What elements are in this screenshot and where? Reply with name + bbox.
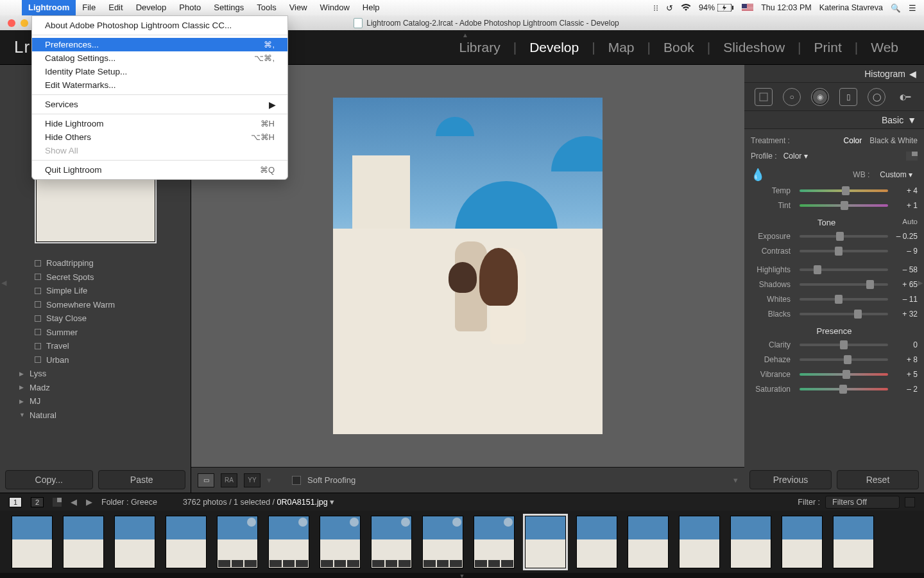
module-develop[interactable]: Develop [518, 40, 590, 55]
filmstrip-thumbnail[interactable] [63, 516, 104, 568]
clarity-slider[interactable] [800, 344, 888, 346]
module-library[interactable]: Library [447, 40, 511, 55]
preset-group[interactable]: ▶MJ [6, 394, 184, 408]
filmstrip-thumbnail[interactable] [422, 516, 463, 568]
module-slideshow[interactable]: Slideshow [712, 40, 796, 55]
main-photo[interactable] [333, 98, 603, 434]
whites-slider[interactable] [800, 298, 888, 301]
treatment-bw[interactable]: Black & White [869, 136, 918, 145]
control-center-icon[interactable]: ☰ [909, 3, 916, 13]
preset-item[interactable]: Secret Spots [6, 270, 184, 285]
soft-proofing-checkbox[interactable] [292, 476, 301, 485]
paste-button[interactable]: Paste [98, 470, 186, 489]
wb-dropdown[interactable]: Custom ▾ [875, 169, 918, 180]
preset-item[interactable]: Travel [6, 339, 184, 353]
menu-window[interactable]: Window [314, 0, 356, 15]
menu-identity-plate[interactable]: Identity Plate Setup... [32, 65, 287, 78]
reset-button[interactable]: Reset [837, 470, 919, 489]
temp-value[interactable]: + 4 [892, 186, 918, 195]
filmstrip-thumbnail[interactable] [371, 516, 412, 568]
main-display-button[interactable]: 1 [9, 497, 22, 507]
previous-button[interactable]: Previous [749, 470, 832, 489]
basic-panel-header[interactable]: Basic▼ [744, 111, 924, 129]
vibrance-slider[interactable] [800, 373, 888, 376]
panel-collapse-top-icon[interactable]: ▲ [462, 31, 468, 39]
module-print[interactable]: Print [803, 40, 853, 55]
menu-services[interactable]: Services▶ [32, 98, 287, 111]
filmstrip-thumbnail[interactable] [474, 516, 515, 568]
preset-group[interactable]: ▼Natural [6, 408, 184, 423]
user-name[interactable]: Katerina Stavreva [819, 3, 883, 12]
filter-lock-icon[interactable] [905, 497, 915, 507]
filmstrip-thumbnail[interactable] [525, 516, 566, 568]
profile-dropdown[interactable]: Color ▾ [783, 152, 808, 161]
filmstrip-thumbnail[interactable] [730, 516, 771, 568]
filter-dropdown[interactable]: Filters Off [825, 496, 900, 509]
spot-removal-icon[interactable]: ○ [783, 88, 801, 106]
filmstrip-thumbnail[interactable] [320, 516, 361, 568]
dropbox-icon[interactable]: ⁝⁝ [653, 3, 658, 13]
module-web[interactable]: Web [859, 40, 910, 55]
saturation-slider[interactable] [800, 388, 888, 390]
treatment-color[interactable]: Color [844, 136, 862, 145]
preset-item[interactable]: Summer [6, 326, 184, 340]
contrast-slider[interactable] [800, 250, 888, 252]
toolbar-more-icon[interactable]: ▾ [733, 475, 738, 485]
menu-hide-others[interactable]: Hide Others⌥⌘H [32, 130, 287, 144]
menu-preferences[interactable]: Preferences...⌘, [32, 38, 287, 51]
blacks-slider[interactable] [800, 313, 888, 315]
copy-button[interactable]: Copy... [5, 470, 93, 489]
graduated-filter-icon[interactable]: ▯ [839, 88, 857, 106]
menu-settings[interactable]: Settings [207, 0, 250, 15]
preset-item[interactable]: Simple Life [6, 284, 184, 298]
filmstrip-thumbnail[interactable] [114, 516, 155, 568]
before-after-yy-button[interactable]: YY [244, 473, 261, 487]
whites-value[interactable]: – 11 [892, 295, 918, 304]
shadows-value[interactable]: + 65 [892, 280, 918, 289]
spotlight-icon[interactable]: 🔍 [891, 3, 901, 13]
dehaze-value[interactable]: + 8 [892, 355, 918, 364]
module-map[interactable]: Map [597, 40, 646, 55]
menu-file[interactable]: File [76, 0, 102, 15]
selected-filename[interactable]: 0R0A8151.jpg [277, 498, 328, 507]
highlights-slider[interactable] [800, 268, 888, 271]
preset-group[interactable]: ▶Lyss [6, 367, 184, 381]
filmstrip-thumbnail[interactable] [576, 516, 617, 568]
clarity-value[interactable]: 0 [892, 340, 918, 349]
contrast-value[interactable]: – 9 [892, 247, 918, 256]
preset-item[interactable]: Somewhere Warm [6, 298, 184, 312]
nav-back-icon[interactable]: ◀ [71, 497, 77, 507]
minimize-window-icon[interactable] [21, 19, 28, 27]
shadows-slider[interactable] [800, 283, 888, 286]
temp-slider[interactable] [800, 189, 888, 192]
menu-edit-watermarks[interactable]: Edit Watermarks... [32, 78, 287, 92]
battery-status[interactable]: 94% [699, 3, 734, 12]
menu-photo[interactable]: Photo [173, 0, 207, 15]
second-display-button[interactable]: 2 [31, 497, 44, 507]
exposure-slider[interactable] [800, 235, 888, 238]
radial-filter-icon[interactable]: ◯ [868, 88, 886, 106]
grid-view-icon[interactable] [53, 498, 62, 507]
exposure-value[interactable]: – 0.25 [892, 232, 918, 241]
menu-quit-lightroom[interactable]: Quit Lightroom⌘Q [32, 163, 287, 177]
menu-about[interactable]: About Adobe Photoshop Lightroom Classic … [32, 19, 287, 32]
histogram-header[interactable]: Histogram◀ [744, 65, 924, 83]
filmstrip-thumbnail[interactable] [268, 516, 309, 568]
tint-value[interactable]: + 1 [892, 201, 918, 210]
loupe-view-button[interactable]: ▭ [198, 473, 214, 487]
filmstrip-thumbnail[interactable] [679, 516, 720, 568]
preset-item[interactable]: Roadtripping [6, 256, 184, 270]
filmstrip-thumbnail[interactable] [12, 516, 53, 568]
crop-tool-icon[interactable] [755, 88, 773, 106]
preset-item[interactable]: Urban [6, 353, 184, 367]
profile-browser-icon[interactable] [906, 152, 918, 161]
filmstrip-thumbnail[interactable] [166, 516, 207, 568]
redeye-tool-icon[interactable]: ◉ [811, 88, 829, 106]
menu-hide-lightroom[interactable]: Hide Lightroom⌘H [32, 117, 287, 130]
menu-lightroom[interactable]: Lightroom [22, 0, 76, 15]
highlights-value[interactable]: – 58 [892, 265, 918, 274]
filmstrip-thumbnail[interactable] [628, 516, 669, 568]
filmstrip-thumbnail[interactable] [217, 516, 258, 568]
flag-icon[interactable] [742, 4, 753, 12]
wb-eyedropper-icon[interactable]: 💧 [751, 168, 765, 182]
